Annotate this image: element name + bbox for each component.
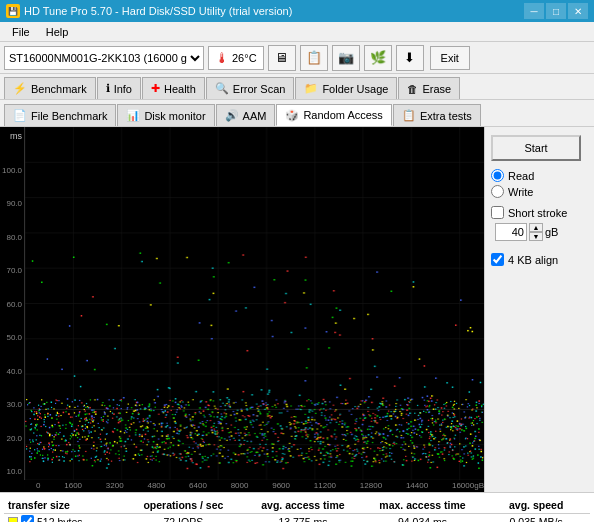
tab-benchmark[interactable]: ⚡Benchmark [4, 77, 96, 99]
menu-help[interactable]: Help [38, 24, 77, 40]
app-icon: 💾 [6, 4, 20, 18]
erase-icon: 🗑 [407, 83, 418, 95]
max-access-value: 94.034 ms [363, 514, 483, 523]
window-title: HD Tune Pro 5.70 - Hard Disk/SSD Utility… [24, 5, 292, 17]
tab-bar-row2: 📄File Benchmark 📊Disk monitor 🔊AAM 🎲Rand… [0, 101, 594, 127]
stats-table: transfer size operations / sec avg. acce… [0, 492, 594, 522]
spinbox-up[interactable]: ▲ [529, 223, 543, 232]
tab-extra-tests[interactable]: 📋Extra tests [393, 104, 481, 126]
x-label-6400: 6400 [189, 481, 207, 490]
folder-icon: 📁 [304, 82, 318, 95]
short-stroke-input[interactable] [495, 223, 527, 241]
tab-info[interactable]: ℹInfo [97, 77, 141, 99]
x-label-3200: 3200 [106, 481, 124, 490]
file-bench-icon: 📄 [13, 109, 27, 122]
header-transfer: transfer size [4, 497, 124, 514]
short-stroke-label[interactable]: Short stroke [491, 206, 588, 219]
options-group: Short stroke ▲ ▼ gB [491, 206, 588, 241]
align-checkbox[interactable] [491, 253, 504, 266]
x-label-12800: 12800 [360, 481, 382, 490]
temperature-display: 🌡 26°C [208, 46, 264, 70]
read-radio[interactable] [491, 169, 504, 182]
tab-disk-monitor[interactable]: 📊Disk monitor [117, 104, 214, 126]
short-stroke-checkbox[interactable] [491, 206, 504, 219]
toolbar-btn-5[interactable]: ⬇ [396, 45, 424, 71]
header-max-access: max. access time [363, 497, 483, 514]
error-scan-icon: 🔍 [215, 82, 229, 95]
tab-folder-usage[interactable]: 📁Folder Usage [295, 77, 397, 99]
aam-icon: 🔊 [225, 109, 239, 122]
right-panel: Start Read Write Short stroke ▲ ▼ [484, 127, 594, 492]
close-button[interactable]: ✕ [568, 3, 588, 19]
x-label-1600: 1600 [64, 481, 82, 490]
tab-random-access[interactable]: 🎲Random Access [276, 104, 391, 126]
toolbar: ST16000NM001G-2KK103 (16000 gB) 🌡 26°C 🖥… [0, 42, 594, 74]
header-avg-speed: avg. speed [482, 497, 590, 514]
benchmark-icon: ⚡ [13, 82, 27, 95]
main-area: ms 100.0 90.0 80.0 70.0 60.0 50.0 40.0 3… [0, 127, 594, 492]
table-row: 512 bytes 72 IOPS 13.775 ms 94.034 ms 0.… [4, 514, 590, 523]
header-ops: operations / sec [124, 497, 244, 514]
write-radio-label[interactable]: Write [491, 185, 588, 198]
info-icon: ℹ [106, 82, 110, 95]
tab-aam[interactable]: 🔊AAM [216, 104, 276, 126]
header-avg-access: avg. access time [243, 497, 363, 514]
spinbox-down[interactable]: ▼ [529, 232, 543, 241]
y-axis-label: ms [2, 131, 22, 141]
thermometer-icon: 🌡 [215, 50, 229, 66]
toolbar-btn-3[interactable]: 📷 [332, 45, 360, 71]
drive-selector[interactable]: ST16000NM001G-2KK103 (16000 gB) [4, 46, 204, 70]
tab-file-benchmark[interactable]: 📄File Benchmark [4, 104, 116, 126]
x-label-16000: 16000gB [452, 481, 484, 490]
toolbar-btn-2[interactable]: 📋 [300, 45, 328, 71]
row-checkbox-0[interactable] [21, 515, 34, 522]
x-label-11200: 11200 [314, 481, 336, 490]
mode-radio-group: Read Write [491, 169, 588, 198]
x-label-8000: 8000 [231, 481, 249, 490]
x-label-9600: 9600 [272, 481, 290, 490]
color-indicator [8, 517, 18, 523]
minimize-button[interactable]: ─ [524, 3, 544, 19]
write-radio[interactable] [491, 185, 504, 198]
title-bar: 💾 HD Tune Pro 5.70 - Hard Disk/SSD Utili… [0, 0, 594, 22]
avg-access-value: 13.775 ms [243, 514, 363, 523]
short-stroke-spinbox: ▲ ▼ gB [495, 223, 588, 241]
exit-button[interactable]: Exit [430, 46, 470, 70]
ops-value: 72 IOPS [124, 514, 244, 523]
disk-monitor-icon: 📊 [126, 109, 140, 122]
maximize-button[interactable]: □ [546, 3, 566, 19]
temperature-value: 26°C [232, 52, 257, 64]
tab-error-scan[interactable]: 🔍Error Scan [206, 77, 295, 99]
random-access-icon: 🎲 [285, 109, 299, 122]
menu-bar: File Help [0, 22, 594, 42]
transfer-size-label: 512 bytes [37, 516, 83, 523]
x-label-0: 0 [36, 481, 40, 490]
tab-bar-row1: ⚡Benchmark ℹInfo ✚Health 🔍Error Scan 📁Fo… [0, 74, 594, 100]
gb-unit-label: gB [545, 226, 558, 238]
tab-health[interactable]: ✚Health [142, 77, 205, 99]
health-icon: ✚ [151, 82, 160, 95]
x-label-14400: 14400 [406, 481, 428, 490]
align-label[interactable]: 4 KB align [491, 253, 588, 266]
tab-erase[interactable]: 🗑Erase [398, 77, 460, 99]
toolbar-btn-4[interactable]: 🌿 [364, 45, 392, 71]
x-label-4800: 4800 [147, 481, 165, 490]
read-radio-label[interactable]: Read [491, 169, 588, 182]
menu-file[interactable]: File [4, 24, 38, 40]
start-button[interactable]: Start [491, 135, 581, 161]
avg-speed-value: 0.035 MB/s [482, 514, 590, 523]
scatter-chart [24, 127, 484, 480]
toolbar-btn-1[interactable]: 🖥 [268, 45, 296, 71]
extra-tests-icon: 📋 [402, 109, 416, 122]
